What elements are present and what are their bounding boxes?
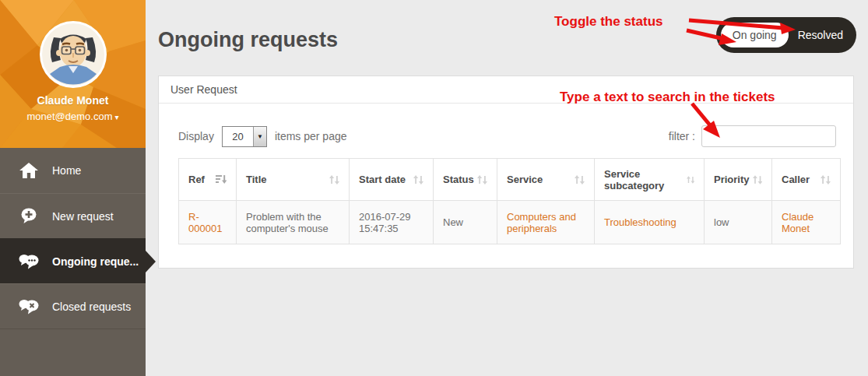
panel-body: Display 20 ▼ items per page filter :: [159, 104, 853, 244]
status-toggle[interactable]: On going Resolved: [716, 17, 856, 53]
filter-label: filter :: [669, 130, 695, 142]
items-per-page-label: items per page: [275, 130, 347, 142]
select-caret-icon[interactable]: ▼: [253, 127, 266, 146]
column-label: Status: [443, 174, 474, 185]
filter-input[interactable]: [701, 125, 836, 147]
table-row: R-000001 Problem with the computer's mou…: [179, 201, 841, 244]
sidebar-item-home[interactable]: Home: [0, 148, 146, 194]
page-title: Ongoing requests: [158, 28, 338, 52]
display-label: Display: [178, 130, 214, 142]
cell-ref: R-000001: [179, 201, 237, 244]
profile-email-dropdown[interactable]: monet@demo.com▾: [0, 111, 146, 122]
profile-email-text: monet@demo.com: [26, 111, 112, 122]
new-request-icon: [19, 208, 39, 224]
column-label: Priority: [714, 174, 750, 185]
column-header-service-subcategory[interactable]: Service subcategory: [595, 159, 705, 201]
ongoing-requests-icon: [19, 253, 39, 269]
annotation-toggle-status: Toggle the status: [554, 14, 662, 30]
sort-both-icon: [753, 175, 762, 184]
cell-status: New: [434, 201, 497, 244]
column-label: Title: [246, 174, 267, 185]
requests-table: Ref Title Start date Status Service Serv…: [178, 158, 841, 244]
service-link[interactable]: Computers and peripherals: [507, 211, 576, 234]
page-size-value: 20: [223, 127, 253, 146]
sort-both-icon: [821, 175, 831, 184]
page-size-select[interactable]: 20 ▼: [222, 126, 267, 147]
sort-both-icon: [329, 175, 339, 184]
sidebar: Claude Monet monet@demo.com▾ Home New re…: [0, 0, 146, 376]
cell-caller: Claude Monet: [772, 201, 841, 244]
sort-both-icon: [575, 175, 585, 184]
profile-name: Claude Monet: [0, 94, 146, 107]
column-label: Ref: [188, 174, 205, 185]
column-header-service[interactable]: Service: [497, 159, 595, 201]
cell-priority: low: [705, 201, 772, 244]
closed-requests-icon: [19, 298, 39, 315]
column-label: Start date: [359, 174, 406, 185]
cell-service: Computers and peripherals: [497, 201, 595, 244]
column-header-caller[interactable]: Caller: [772, 159, 841, 201]
dropdown-caret-icon: ▾: [115, 113, 119, 121]
profile-panel: Claude Monet monet@demo.com▾: [0, 0, 146, 148]
sidebar-item-new-request[interactable]: New request: [0, 193, 146, 239]
ticket-ref-link[interactable]: R-000001: [188, 211, 222, 234]
column-header-start-date[interactable]: Start date: [350, 159, 434, 201]
sidebar-item-label: Home: [52, 164, 81, 177]
sidebar-item-label: Ongoing reque...: [52, 255, 139, 268]
sidebar-item-label: New request: [52, 210, 114, 223]
sidebar-item-ongoing-requests[interactable]: Ongoing reque...: [0, 238, 146, 284]
cell-title: Problem with the computer's mouse: [237, 201, 350, 244]
sort-both-icon: [413, 175, 423, 184]
filter-wrap: filter :: [669, 125, 836, 147]
column-header-title[interactable]: Title: [237, 159, 350, 201]
column-label: Caller: [782, 174, 810, 185]
toggle-option-resolved[interactable]: Resolved: [798, 29, 843, 41]
annotation-filter-search: Type a text to search in the tickets: [560, 90, 775, 105]
user-avatar[interactable]: [40, 21, 107, 88]
column-header-ref[interactable]: Ref: [179, 159, 237, 201]
cell-start-date: 2016-07-29 15:47:35: [350, 201, 434, 244]
caller-link[interactable]: Claude Monet: [782, 211, 814, 234]
sort-both-icon: [687, 175, 694, 184]
sort-desc-icon: [216, 174, 227, 184]
app-window: Claude Monet monet@demo.com▾ Home New re…: [0, 0, 868, 376]
cell-service-subcategory: Troubleshooting: [595, 201, 705, 244]
service-subcategory-link[interactable]: Troubleshooting: [604, 216, 676, 228]
sidebar-item-closed-requests[interactable]: Closed requests: [0, 283, 146, 329]
toggle-option-ongoing[interactable]: On going: [721, 23, 789, 47]
column-label: Service subcategory: [604, 168, 684, 192]
column-header-status[interactable]: Status: [434, 159, 497, 201]
column-header-priority[interactable]: Priority: [705, 159, 772, 201]
sidebar-item-label: Closed requests: [52, 300, 131, 313]
table-controls: Display 20 ▼ items per page filter :: [178, 125, 836, 147]
column-label: Service: [507, 174, 543, 185]
sort-both-icon: [477, 175, 487, 184]
home-icon: [19, 163, 39, 178]
table-header-row: Ref Title Start date Status Service Serv…: [179, 159, 841, 201]
